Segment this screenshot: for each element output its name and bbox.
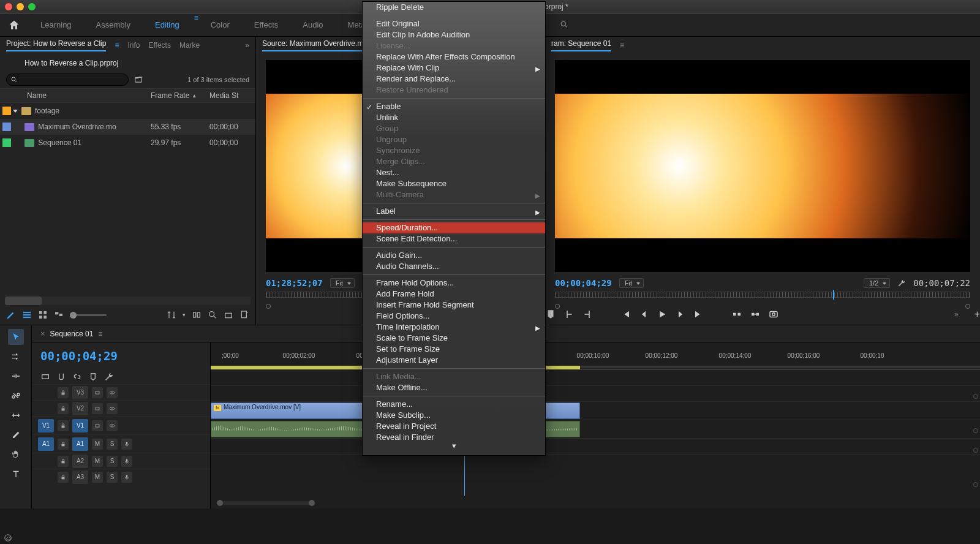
- tab-program[interactable]: ram: Sequence 01: [551, 39, 611, 51]
- mute-button[interactable]: M: [92, 472, 103, 483]
- track-target[interactable]: V1: [72, 419, 88, 433]
- home-button[interactable]: [0, 13, 28, 37]
- toggle-output-icon[interactable]: [107, 387, 118, 398]
- nest-toggle-icon[interactable]: [40, 372, 50, 382]
- menu-item-reveal-in-finder[interactable]: Reveal in Finder: [363, 432, 545, 443]
- menu-item-make-subsequence[interactable]: Make Subsequence: [363, 178, 545, 189]
- col-framerate[interactable]: Frame Rate▲: [151, 91, 209, 100]
- menu-item-insert-frame-hold-segment[interactable]: Insert Frame Hold Segment: [363, 300, 545, 311]
- program-res-select[interactable]: 1/2: [864, 278, 890, 288]
- menu-item-speed-duration[interactable]: Speed/Duration...: [363, 222, 545, 233]
- solo-button[interactable]: S: [107, 456, 118, 467]
- minimize-window-button[interactable]: [17, 3, 24, 10]
- snap-toggle-icon[interactable]: [56, 372, 66, 382]
- solo-button[interactable]: S: [107, 472, 118, 483]
- lock-track-icon[interactable]: [58, 403, 69, 414]
- menu-item-edit-original[interactable]: Edit Original: [363, 18, 545, 29]
- timeline-zoom-slider[interactable]: [217, 501, 315, 505]
- menu-item-audio-gain[interactable]: Audio Gain...: [363, 250, 545, 261]
- sync-lock-icon[interactable]: [92, 387, 103, 398]
- project-row[interactable]: Sequence 0129.97 fps00;00;00: [0, 135, 255, 151]
- sync-lock-icon[interactable]: [92, 420, 103, 431]
- track-header-v2[interactable]: V2: [32, 400, 210, 416]
- col-name[interactable]: Name: [0, 91, 151, 100]
- out-point-icon[interactable]: [582, 309, 593, 320]
- hand-tool[interactable]: [8, 447, 24, 463]
- button-editor-icon[interactable]: +: [974, 309, 980, 320]
- mute-button[interactable]: M: [92, 456, 103, 467]
- pencil-icon[interactable]: [6, 310, 16, 320]
- menu-item-enable[interactable]: ✓Enable: [363, 101, 545, 112]
- lock-track-icon[interactable]: [58, 420, 69, 431]
- new-bin-icon[interactable]: [134, 75, 143, 84]
- lock-track-icon[interactable]: [58, 456, 69, 467]
- tab-info[interactable]: Info: [127, 41, 140, 50]
- new-item-icon[interactable]: [239, 310, 249, 320]
- track-target[interactable]: V3: [72, 386, 88, 399]
- extract-icon[interactable]: [750, 309, 761, 320]
- menu-item-rename[interactable]: Rename...: [363, 399, 545, 410]
- menu-item-adjustment-layer[interactable]: Adjustment Layer: [363, 355, 545, 366]
- track-target[interactable]: A2: [72, 455, 88, 468]
- maximize-window-button[interactable]: [28, 3, 36, 10]
- in-point-icon[interactable]: [564, 309, 575, 320]
- track-v1[interactable]: fxMaximum Overdrive.mov [V]: [211, 401, 980, 420]
- toggle-output-icon[interactable]: [107, 420, 118, 431]
- linked-selection-icon[interactable]: [72, 372, 82, 382]
- workspace-menu-icon[interactable]: ≡: [194, 13, 198, 37]
- zoom-slider[interactable]: [70, 314, 107, 316]
- marker-add-icon[interactable]: [88, 372, 98, 382]
- voiceover-icon[interactable]: [121, 439, 132, 450]
- menu-item-render-and-replace[interactable]: Render and Replace...: [363, 74, 545, 85]
- menu-item-frame-hold-options[interactable]: Frame Hold Options...: [363, 278, 545, 289]
- menu-item-scale-to-frame-size[interactable]: Scale to Frame Size: [363, 333, 545, 344]
- program-scrub-bar[interactable]: [555, 292, 970, 304]
- play-icon[interactable]: [657, 309, 668, 320]
- menu-item-make-subclip[interactable]: Make Subclip...: [363, 410, 545, 421]
- menu-item-edit-clip-in-adobe-audition[interactable]: Edit Clip In Adobe Audition: [363, 29, 545, 40]
- project-row[interactable]: Maximum Overdrive.mo55.33 fps00;00;00: [0, 119, 255, 135]
- track-header-a3[interactable]: A3MS: [32, 469, 210, 485]
- tab-effects[interactable]: Effects: [148, 41, 170, 50]
- menu-item-field-options[interactable]: Field Options...: [363, 311, 545, 322]
- menu-item-set-to-frame-size[interactable]: Set to Frame Size: [363, 344, 545, 355]
- slip-tool[interactable]: [8, 407, 24, 423]
- workspace-effects[interactable]: Effects: [242, 13, 291, 37]
- step-back-icon[interactable]: [638, 309, 649, 320]
- cc-cloud-icon[interactable]: [4, 534, 12, 542]
- source-fit-select[interactable]: Fit: [330, 278, 355, 288]
- panel-menu-icon[interactable]: ≡: [115, 41, 119, 50]
- track-v2[interactable]: [211, 385, 980, 401]
- step-forward-icon[interactable]: [675, 309, 686, 320]
- workspace-editing[interactable]: Editing: [143, 13, 192, 37]
- mute-button[interactable]: M: [92, 439, 103, 450]
- project-hscroll[interactable]: [5, 297, 251, 305]
- voiceover-icon[interactable]: [121, 456, 132, 467]
- wrench-icon[interactable]: [897, 279, 906, 287]
- new-bin-button-icon[interactable]: [224, 310, 233, 320]
- solo-button[interactable]: S: [107, 439, 118, 450]
- freeform-view-icon[interactable]: [54, 310, 64, 320]
- lock-track-icon[interactable]: [58, 439, 69, 450]
- track-header-v3[interactable]: V3: [32, 384, 210, 400]
- workspace-audio[interactable]: Audio: [290, 13, 335, 37]
- project-row[interactable]: footage: [0, 103, 255, 119]
- track-header-a1[interactable]: A1A1MS: [32, 434, 210, 453]
- menu-item-reveal-in-project[interactable]: Reveal in Project: [363, 421, 545, 432]
- lift-icon[interactable]: [731, 309, 742, 320]
- menu-item-replace-with-after-effects-composition[interactable]: Replace With After Effects Composition: [363, 51, 545, 62]
- source-patch[interactable]: A1: [38, 437, 54, 451]
- track-target[interactable]: A1: [72, 437, 88, 451]
- icon-view-icon[interactable]: [38, 310, 48, 320]
- lock-track-icon[interactable]: [58, 472, 69, 483]
- automate-icon[interactable]: [192, 310, 202, 320]
- tab-project[interactable]: Project: How to Reverse a Clip: [6, 39, 106, 51]
- menu-item-add-frame-hold[interactable]: Add Frame Hold: [363, 289, 545, 300]
- track-v3[interactable]: [211, 369, 980, 385]
- menu-item-nest[interactable]: Nest...: [363, 167, 545, 178]
- export-frame-icon[interactable]: [768, 309, 779, 320]
- program-monitor[interactable]: [555, 60, 970, 272]
- find-icon[interactable]: [208, 310, 217, 320]
- pen-tool[interactable]: [8, 427, 24, 443]
- go-to-in-icon[interactable]: [620, 309, 631, 320]
